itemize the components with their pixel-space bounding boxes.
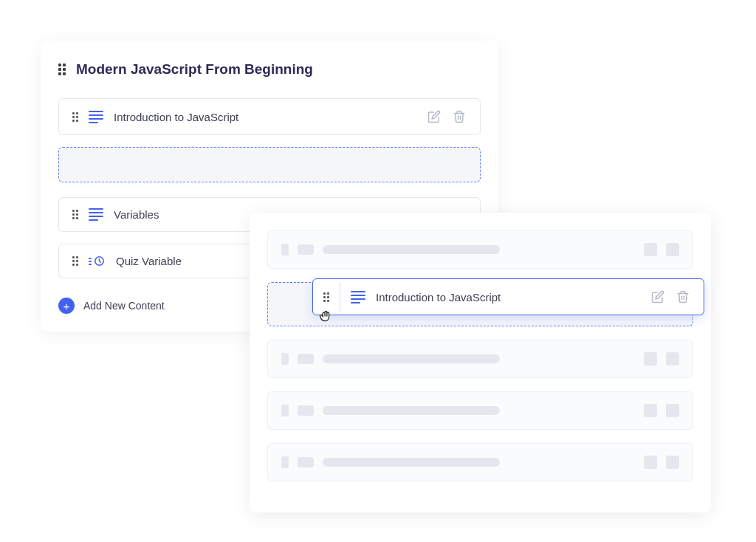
row-actions	[650, 289, 690, 304]
plus-icon: +	[58, 298, 75, 314]
placeholder-row	[267, 230, 693, 269]
panel-title: Modern JavaScript From Beginning	[76, 61, 313, 78]
drag-handle-icon[interactable]	[72, 256, 78, 266]
placeholder-row	[267, 391, 693, 430]
row-actions	[427, 109, 467, 124]
lesson-icon	[351, 291, 365, 303]
lesson-icon	[89, 111, 103, 123]
drag-handle-icon[interactable]	[72, 112, 78, 122]
content-row[interactable]: Introduction to JavaScript	[58, 98, 481, 135]
quiz-icon	[89, 255, 106, 267]
panel-header: Modern JavaScript From Beginning	[58, 61, 481, 78]
content-title: Introduction to JavaScript	[114, 111, 416, 123]
placeholder-row	[267, 340, 693, 378]
edit-button[interactable]	[650, 289, 665, 304]
dragging-content-row[interactable]: Introduction to JavaScript	[312, 278, 704, 315]
drop-zone[interactable]: Introduction to JavaScript	[267, 282, 693, 326]
content-title: Introduction to JavaScript	[376, 291, 640, 303]
drag-handle-icon[interactable]	[58, 64, 66, 75]
add-content-label: Add New Content	[83, 300, 165, 312]
drag-handle-icon[interactable]	[323, 292, 329, 302]
lesson-icon	[89, 208, 103, 221]
delete-button[interactable]	[676, 289, 690, 304]
edit-button[interactable]	[427, 109, 441, 124]
drop-zone[interactable]	[58, 147, 481, 182]
drag-handle-icon[interactable]	[72, 210, 78, 219]
grab-cursor-icon	[317, 308, 334, 324]
delete-button[interactable]	[452, 109, 467, 124]
drop-target-panel: Introduction to JavaScript	[250, 213, 711, 512]
placeholder-row	[267, 443, 693, 481]
